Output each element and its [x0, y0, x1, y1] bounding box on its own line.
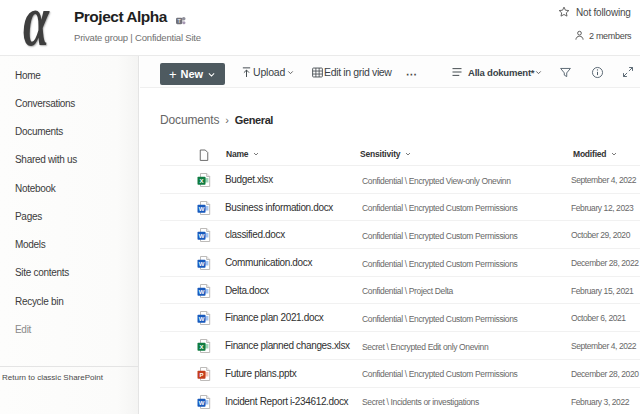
svg-text:W: W	[199, 317, 205, 323]
svg-text:W: W	[199, 206, 205, 212]
svg-text:W: W	[199, 289, 205, 295]
svg-text:P: P	[199, 372, 203, 378]
svg-text:W: W	[199, 234, 205, 240]
svg-text:W: W	[199, 400, 205, 406]
svg-text:W: W	[199, 261, 205, 267]
svg-text:X: X	[199, 344, 203, 350]
svg-text:X: X	[199, 178, 203, 184]
